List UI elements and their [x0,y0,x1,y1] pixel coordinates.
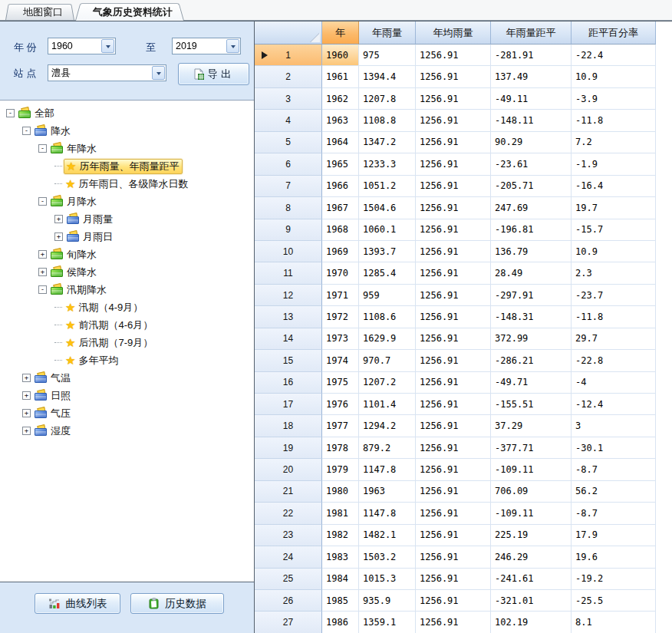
grid-cell[interactable]: 247.69 [491,197,572,219]
grid-cell[interactable]: 1285.4 [359,262,416,284]
grid-cell[interactable]: -241.61 [491,569,572,590]
grid-cell[interactable]: 1147.8 [359,503,416,524]
grid-cell[interactable]: -155.51 [491,394,572,415]
grid-cell[interactable]: 706.09 [491,481,572,503]
tree-node-content[interactable]: 月雨量 [65,212,116,227]
table-row[interactable]: 719661051.21256.91-205.71-16.4 [255,176,672,197]
tree-item[interactable]: +月雨量 [6,210,254,228]
row-header[interactable]: 22 [255,503,322,524]
grid-cell[interactable]: 3 [572,415,656,437]
grid-cell[interactable]: -23.61 [491,153,572,175]
tree-node-content[interactable]: 降水 [33,124,74,139]
grid-cell[interactable]: 1986 [322,612,359,633]
grid-cell[interactable]: 1967 [322,197,359,219]
grid-cell[interactable]: -49.71 [491,372,572,394]
tree-item[interactable]: +气压 [6,404,254,422]
grid-cell[interactable]: 1983 [322,546,359,568]
grid-cell[interactable]: 1503.2 [359,546,416,568]
tree-node-content[interactable]: 日照 [33,388,74,404]
row-header[interactable]: 3 [255,88,322,110]
table-row[interactable]: 1419731629.91256.91372.9929.7 [255,328,672,350]
expand-plus-icon[interactable]: + [54,232,63,241]
table-row[interactable]: 1819771294.21256.9137.293 [255,415,672,437]
grid-cell[interactable]: 1256.91 [416,481,491,503]
grid-cell[interactable]: 1972 [322,306,359,328]
grid-cell[interactable]: -377.71 [491,437,572,459]
grid-cell[interactable]: 1256.91 [416,415,491,437]
collapse-minus-icon[interactable]: - [38,144,47,153]
grid-cell[interactable]: -12.4 [572,394,656,415]
table-row[interactable]: 21198019631256.91706.0956.2 [255,481,672,503]
row-header[interactable]: 12 [255,285,322,306]
grid-cell[interactable]: 1960 [322,45,359,66]
row-header[interactable]: 2 [255,66,322,87]
grid-cell[interactable]: -286.21 [491,350,572,371]
grid-cell[interactable]: 2.3 [572,262,656,284]
tree-node-content[interactable]: 全部 [17,106,58,121]
tree-item[interactable]: +月雨日 [6,228,254,246]
row-header[interactable]: 19 [255,437,322,459]
table-row[interactable]: 419631108.81256.91-148.11-11.8 [255,110,672,131]
grid-cell[interactable]: 1256.91 [416,437,491,459]
grid-cell[interactable]: 1233.3 [359,153,416,175]
tree-node-content[interactable]: ★前汛期（4-6月） [64,318,156,333]
grid-cell[interactable]: 1975 [322,372,359,394]
table-row[interactable]: 261985935.91256.91-321.01-25.5 [255,590,672,612]
grid-cell[interactable]: 1629.9 [359,328,416,350]
tree-node-content[interactable]: ★历年雨量、年雨量距平 [64,159,183,174]
table-row[interactable]: 819671504.61256.91247.6919.7 [255,197,672,219]
grid-cell[interactable]: 29.7 [572,328,656,350]
grid-cell[interactable]: 1971 [322,285,359,306]
row-header[interactable]: 8 [255,197,322,219]
grid-cell[interactable]: 1051.2 [359,176,416,197]
tree-node-content[interactable]: 侯降水 [49,265,100,280]
grid-cell[interactable]: 1256.91 [416,612,491,633]
grid-cell[interactable]: -8.7 [572,503,656,524]
grid-cell[interactable]: 1256.91 [416,66,491,87]
grid-cell[interactable]: 935.9 [359,590,416,612]
row-header[interactable]: 24 [255,546,322,568]
grid-cell[interactable]: -109.11 [491,503,572,524]
row-header[interactable]: 1 [255,45,322,66]
history-data-button[interactable]: 历史数据 [130,593,224,614]
expand-plus-icon[interactable]: + [38,250,47,259]
grid-cell[interactable]: 1256.91 [416,503,491,524]
station-dropdown-button[interactable] [152,66,165,80]
tree-item[interactable]: +气温 [6,369,254,387]
expand-plus-icon[interactable]: + [22,374,31,382]
table-row[interactable]: 191978879.21256.91-377.71-30.1 [255,437,672,459]
tree-node-content[interactable]: 气温 [33,371,74,386]
row-header[interactable]: 20 [255,459,322,480]
grid-cell[interactable]: 1015.3 [359,569,416,590]
grid-cell[interactable]: 1981 [322,503,359,524]
grid-cell[interactable]: 37.29 [491,415,572,437]
table-row[interactable]: 2519841015.31256.91-241.61-19.2 [255,569,672,590]
collapse-minus-icon[interactable]: - [22,127,31,135]
tree-item[interactable]: -全部 [6,104,254,122]
grid-cell[interactable]: 1256.91 [416,45,491,66]
grid-cell[interactable]: 1965 [322,153,359,175]
grid-cell[interactable]: 1147.8 [359,459,416,480]
grid-cell[interactable]: 1347.2 [359,132,416,153]
grid-cell[interactable]: 19.6 [572,546,656,568]
tree-item[interactable]: -汛期降水 [6,281,254,298]
grid-cell[interactable]: 1980 [322,481,359,503]
column-header-rainfall-anomaly[interactable]: 年雨量距平 [491,21,572,45]
tree-item[interactable]: +日照 [6,387,254,404]
tree-item[interactable]: ★多年平均 [6,351,254,369]
grid-cell[interactable]: 1963 [322,110,359,131]
grid-cell[interactable]: 1256.91 [416,153,491,175]
year-from-dropdown-button[interactable] [101,39,114,53]
tree-node-content[interactable]: ★后汛期（7-9月） [64,335,156,351]
grid-cell[interactable]: 1982 [322,525,359,546]
grid-cell[interactable]: -8.7 [572,459,656,480]
grid-cell[interactable]: 1966 [322,176,359,197]
grid-cell[interactable]: -30.1 [572,437,656,459]
grid-cell[interactable]: -15.7 [572,219,656,241]
curve-list-button[interactable]: 曲线列表 [35,593,120,614]
table-row[interactable]: 1619751207.21256.91-49.71-4 [255,372,672,394]
grid-cell[interactable]: 1482.1 [359,525,416,546]
table-row[interactable]: 2219811147.81256.91-109.11-8.7 [255,503,672,524]
tree-item[interactable]: ★后汛期（7-9月） [6,334,254,351]
grid-cell[interactable]: 1979 [322,459,359,480]
